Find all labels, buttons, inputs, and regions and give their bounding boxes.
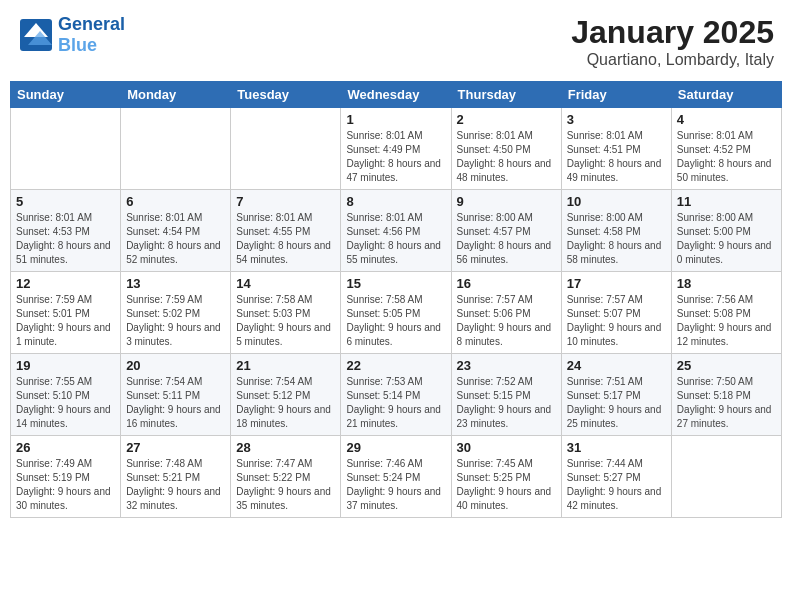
calendar-cell: 23Sunrise: 7:52 AM Sunset: 5:15 PM Dayli… — [451, 354, 561, 436]
calendar-week-row: 1Sunrise: 8:01 AM Sunset: 4:49 PM Daylig… — [11, 108, 782, 190]
calendar-cell: 7Sunrise: 8:01 AM Sunset: 4:55 PM Daylig… — [231, 190, 341, 272]
day-info: Sunrise: 8:01 AM Sunset: 4:53 PM Dayligh… — [16, 211, 115, 267]
calendar-cell: 10Sunrise: 8:00 AM Sunset: 4:58 PM Dayli… — [561, 190, 671, 272]
weekday-header: Thursday — [451, 82, 561, 108]
calendar-cell: 19Sunrise: 7:55 AM Sunset: 5:10 PM Dayli… — [11, 354, 121, 436]
day-number: 26 — [16, 440, 115, 455]
calendar-cell: 12Sunrise: 7:59 AM Sunset: 5:01 PM Dayli… — [11, 272, 121, 354]
day-info: Sunrise: 7:59 AM Sunset: 5:02 PM Dayligh… — [126, 293, 225, 349]
day-number: 17 — [567, 276, 666, 291]
day-number: 5 — [16, 194, 115, 209]
day-info: Sunrise: 7:57 AM Sunset: 5:06 PM Dayligh… — [457, 293, 556, 349]
calendar-cell: 22Sunrise: 7:53 AM Sunset: 5:14 PM Dayli… — [341, 354, 451, 436]
day-number: 8 — [346, 194, 445, 209]
calendar-cell: 1Sunrise: 8:01 AM Sunset: 4:49 PM Daylig… — [341, 108, 451, 190]
day-number: 7 — [236, 194, 335, 209]
calendar-cell: 6Sunrise: 8:01 AM Sunset: 4:54 PM Daylig… — [121, 190, 231, 272]
weekday-header: Sunday — [11, 82, 121, 108]
day-number: 12 — [16, 276, 115, 291]
day-info: Sunrise: 7:48 AM Sunset: 5:21 PM Dayligh… — [126, 457, 225, 513]
calendar-cell: 5Sunrise: 8:01 AM Sunset: 4:53 PM Daylig… — [11, 190, 121, 272]
day-number: 27 — [126, 440, 225, 455]
day-info: Sunrise: 7:58 AM Sunset: 5:03 PM Dayligh… — [236, 293, 335, 349]
day-number: 18 — [677, 276, 776, 291]
calendar-week-row: 12Sunrise: 7:59 AM Sunset: 5:01 PM Dayli… — [11, 272, 782, 354]
calendar-cell — [231, 108, 341, 190]
day-number: 4 — [677, 112, 776, 127]
calendar-cell: 18Sunrise: 7:56 AM Sunset: 5:08 PM Dayli… — [671, 272, 781, 354]
day-info: Sunrise: 7:57 AM Sunset: 5:07 PM Dayligh… — [567, 293, 666, 349]
logo: General Blue — [18, 14, 125, 56]
day-number: 23 — [457, 358, 556, 373]
day-number: 3 — [567, 112, 666, 127]
day-number: 15 — [346, 276, 445, 291]
calendar-table: SundayMondayTuesdayWednesdayThursdayFrid… — [10, 81, 782, 518]
day-info: Sunrise: 7:44 AM Sunset: 5:27 PM Dayligh… — [567, 457, 666, 513]
day-number: 2 — [457, 112, 556, 127]
day-info: Sunrise: 8:00 AM Sunset: 4:58 PM Dayligh… — [567, 211, 666, 267]
title-block: January 2025 Quartiano, Lombardy, Italy — [571, 14, 774, 69]
day-info: Sunrise: 8:01 AM Sunset: 4:56 PM Dayligh… — [346, 211, 445, 267]
day-info: Sunrise: 8:01 AM Sunset: 4:54 PM Dayligh… — [126, 211, 225, 267]
day-number: 10 — [567, 194, 666, 209]
calendar-cell: 28Sunrise: 7:47 AM Sunset: 5:22 PM Dayli… — [231, 436, 341, 518]
day-info: Sunrise: 8:00 AM Sunset: 5:00 PM Dayligh… — [677, 211, 776, 267]
day-number: 19 — [16, 358, 115, 373]
day-number: 29 — [346, 440, 445, 455]
calendar-cell: 9Sunrise: 8:00 AM Sunset: 4:57 PM Daylig… — [451, 190, 561, 272]
calendar-cell: 25Sunrise: 7:50 AM Sunset: 5:18 PM Dayli… — [671, 354, 781, 436]
logo-text-blue: Blue — [58, 35, 97, 55]
calendar-cell: 30Sunrise: 7:45 AM Sunset: 5:25 PM Dayli… — [451, 436, 561, 518]
day-number: 13 — [126, 276, 225, 291]
day-info: Sunrise: 7:54 AM Sunset: 5:12 PM Dayligh… — [236, 375, 335, 431]
day-info: Sunrise: 7:50 AM Sunset: 5:18 PM Dayligh… — [677, 375, 776, 431]
day-info: Sunrise: 7:47 AM Sunset: 5:22 PM Dayligh… — [236, 457, 335, 513]
calendar-cell: 4Sunrise: 8:01 AM Sunset: 4:52 PM Daylig… — [671, 108, 781, 190]
calendar-cell: 8Sunrise: 8:01 AM Sunset: 4:56 PM Daylig… — [341, 190, 451, 272]
weekday-header: Monday — [121, 82, 231, 108]
day-info: Sunrise: 7:54 AM Sunset: 5:11 PM Dayligh… — [126, 375, 225, 431]
page-title: January 2025 — [571, 14, 774, 51]
calendar-week-row: 5Sunrise: 8:01 AM Sunset: 4:53 PM Daylig… — [11, 190, 782, 272]
calendar-cell: 13Sunrise: 7:59 AM Sunset: 5:02 PM Dayli… — [121, 272, 231, 354]
calendar-cell: 31Sunrise: 7:44 AM Sunset: 5:27 PM Dayli… — [561, 436, 671, 518]
page-subtitle: Quartiano, Lombardy, Italy — [571, 51, 774, 69]
day-info: Sunrise: 7:46 AM Sunset: 5:24 PM Dayligh… — [346, 457, 445, 513]
day-info: Sunrise: 8:01 AM Sunset: 4:50 PM Dayligh… — [457, 129, 556, 185]
calendar-cell: 16Sunrise: 7:57 AM Sunset: 5:06 PM Dayli… — [451, 272, 561, 354]
calendar-week-row: 19Sunrise: 7:55 AM Sunset: 5:10 PM Dayli… — [11, 354, 782, 436]
day-info: Sunrise: 8:01 AM Sunset: 4:52 PM Dayligh… — [677, 129, 776, 185]
calendar-week-row: 26Sunrise: 7:49 AM Sunset: 5:19 PM Dayli… — [11, 436, 782, 518]
calendar-cell: 17Sunrise: 7:57 AM Sunset: 5:07 PM Dayli… — [561, 272, 671, 354]
weekday-header: Wednesday — [341, 82, 451, 108]
day-info: Sunrise: 7:53 AM Sunset: 5:14 PM Dayligh… — [346, 375, 445, 431]
calendar-cell — [671, 436, 781, 518]
day-info: Sunrise: 7:45 AM Sunset: 5:25 PM Dayligh… — [457, 457, 556, 513]
day-number: 30 — [457, 440, 556, 455]
weekday-header: Tuesday — [231, 82, 341, 108]
calendar-cell: 21Sunrise: 7:54 AM Sunset: 5:12 PM Dayli… — [231, 354, 341, 436]
calendar-cell: 11Sunrise: 8:00 AM Sunset: 5:00 PM Dayli… — [671, 190, 781, 272]
logo-icon — [18, 17, 54, 53]
calendar-cell: 24Sunrise: 7:51 AM Sunset: 5:17 PM Dayli… — [561, 354, 671, 436]
calendar-cell — [11, 108, 121, 190]
calendar-cell: 14Sunrise: 7:58 AM Sunset: 5:03 PM Dayli… — [231, 272, 341, 354]
calendar-header-row: SundayMondayTuesdayWednesdayThursdayFrid… — [11, 82, 782, 108]
calendar-cell: 29Sunrise: 7:46 AM Sunset: 5:24 PM Dayli… — [341, 436, 451, 518]
day-number: 9 — [457, 194, 556, 209]
day-number: 25 — [677, 358, 776, 373]
day-number: 16 — [457, 276, 556, 291]
weekday-header: Friday — [561, 82, 671, 108]
day-number: 31 — [567, 440, 666, 455]
day-info: Sunrise: 7:55 AM Sunset: 5:10 PM Dayligh… — [16, 375, 115, 431]
day-info: Sunrise: 8:01 AM Sunset: 4:55 PM Dayligh… — [236, 211, 335, 267]
day-number: 21 — [236, 358, 335, 373]
calendar-cell: 2Sunrise: 8:01 AM Sunset: 4:50 PM Daylig… — [451, 108, 561, 190]
day-info: Sunrise: 7:58 AM Sunset: 5:05 PM Dayligh… — [346, 293, 445, 349]
calendar-cell — [121, 108, 231, 190]
calendar-cell: 20Sunrise: 7:54 AM Sunset: 5:11 PM Dayli… — [121, 354, 231, 436]
day-number: 22 — [346, 358, 445, 373]
day-number: 24 — [567, 358, 666, 373]
logo-text-general: General — [58, 14, 125, 34]
calendar-cell: 26Sunrise: 7:49 AM Sunset: 5:19 PM Dayli… — [11, 436, 121, 518]
